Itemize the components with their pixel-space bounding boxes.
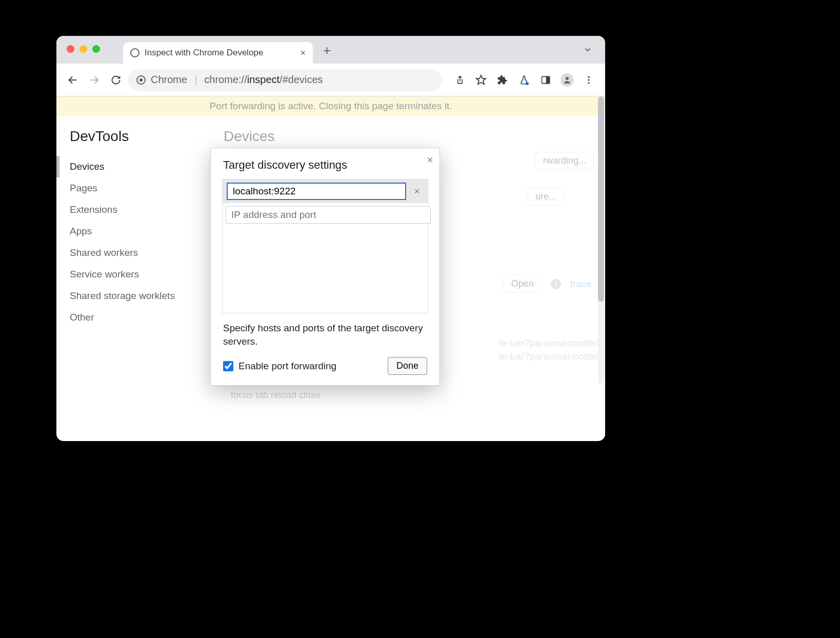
- target-row-empty: [223, 203, 428, 227]
- forward-button[interactable]: [85, 71, 104, 89]
- target-address-input-empty[interactable]: [226, 206, 431, 224]
- scrollbar-thumb[interactable]: [598, 96, 604, 302]
- omnibox-scheme-label: Chrome: [151, 74, 187, 86]
- window-controls: [67, 45, 100, 53]
- svg-marker-2: [476, 75, 486, 84]
- sidebar-item-shared-storage-worklets[interactable]: Shared storage worklets: [70, 285, 208, 307]
- sidebar-item-other[interactable]: Other: [70, 307, 208, 328]
- browser-window: Inspect with Chrome Develope × + Chrome …: [56, 36, 605, 441]
- maximize-window-button[interactable]: [92, 45, 100, 53]
- target-address-input[interactable]: [227, 183, 406, 200]
- open-button[interactable]: Open: [504, 275, 542, 293]
- modal-hint: Specify hosts and ports of the target di…: [211, 322, 439, 348]
- titlebar: Inspect with Chrome Develope × +: [56, 36, 605, 64]
- modal-title: Target discovery settings: [211, 148, 439, 179]
- sidebar-item-pages[interactable]: Pages: [70, 177, 208, 199]
- background-actions: focus tab reload close: [231, 390, 321, 401]
- target-row: ×: [223, 180, 428, 203]
- back-button[interactable]: [64, 71, 82, 89]
- port-forwarding-banner: Port forwarding is active. Closing this …: [56, 96, 605, 116]
- trace-link[interactable]: trace: [570, 278, 592, 290]
- labs-icon[interactable]: [515, 71, 533, 89]
- configure-button[interactable]: ure...: [528, 188, 564, 206]
- sidebar: DevTools Devices Pages Extensions Apps S…: [56, 116, 208, 440]
- info-icon: i: [551, 279, 561, 289]
- profile-avatar[interactable]: [558, 71, 576, 89]
- svg-point-9: [588, 82, 589, 84]
- sidebar-item-service-workers[interactable]: Service workers: [70, 264, 208, 285]
- svg-point-6: [566, 77, 569, 80]
- sidebar-item-shared-workers[interactable]: Shared workers: [70, 242, 208, 264]
- side-panel-icon[interactable]: [536, 71, 555, 89]
- new-tab-button[interactable]: +: [323, 43, 331, 58]
- globe-icon: [130, 48, 139, 57]
- kebab-menu-icon[interactable]: [579, 71, 598, 89]
- target-discovery-modal: × Target discovery settings × Specify ho…: [210, 148, 440, 386]
- port-forwarding-checkbox[interactable]: [223, 361, 233, 371]
- port-forwarding-checkbox-label[interactable]: Enable port forwarding: [223, 361, 336, 372]
- toolbar: Chrome | chrome://inspect/#devices: [56, 64, 605, 96]
- bookmark-star-icon[interactable]: [472, 71, 490, 89]
- scrollbar[interactable]: [598, 96, 604, 384]
- svg-point-7: [588, 76, 589, 77]
- targets-list: ×: [222, 179, 428, 313]
- reload-button[interactable]: [107, 71, 125, 89]
- extensions-icon[interactable]: [493, 71, 512, 89]
- minimize-window-button[interactable]: [79, 45, 87, 53]
- sidebar-title: DevTools: [70, 128, 208, 145]
- svg-rect-5: [547, 76, 550, 83]
- sidebar-item-devices[interactable]: Devices: [56, 156, 208, 177]
- svg-point-8: [588, 79, 589, 81]
- address-bar[interactable]: Chrome | chrome://inspect/#devices: [128, 69, 442, 91]
- close-window-button[interactable]: [67, 45, 74, 53]
- browser-tab[interactable]: Inspect with Chrome Develope ×: [123, 42, 313, 64]
- sidebar-item-apps[interactable]: Apps: [70, 221, 208, 242]
- tab-close-icon[interactable]: ×: [300, 48, 306, 58]
- main-heading: Devices: [224, 128, 590, 145]
- chrome-icon: [136, 75, 146, 85]
- share-icon[interactable]: [450, 71, 469, 89]
- sidebar-item-extensions[interactable]: Extensions: [70, 199, 208, 221]
- port-forwarding-button[interactable]: rwarding...: [535, 152, 594, 170]
- tab-title: Inspect with Chrome Develope: [145, 48, 295, 58]
- remove-target-icon[interactable]: ×: [410, 185, 424, 198]
- background-url-text: le-bar?paramsencoded= le-bar?paramsencod…: [499, 336, 606, 363]
- tabs-dropdown-icon[interactable]: [583, 45, 592, 56]
- done-button[interactable]: Done: [388, 357, 427, 375]
- modal-close-icon[interactable]: ×: [427, 153, 433, 167]
